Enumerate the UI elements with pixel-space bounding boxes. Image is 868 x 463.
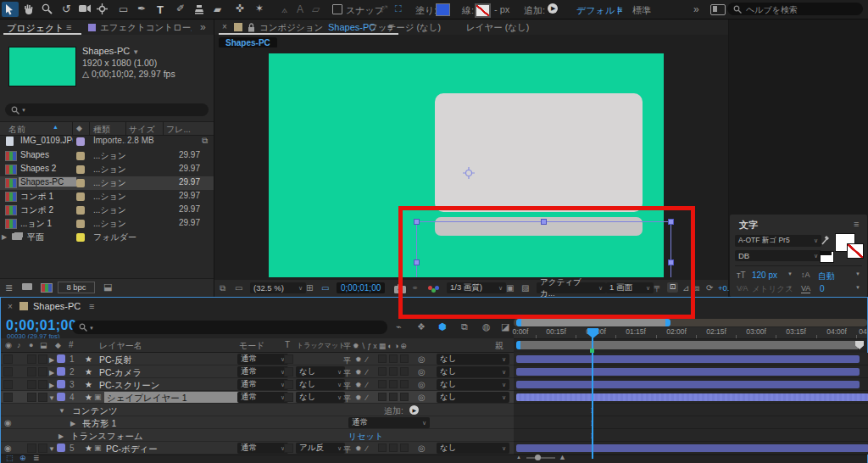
- parent-dropdown[interactable]: なし∨: [437, 354, 509, 365]
- timeline-panel-menu-icon[interactable]: ≡: [89, 301, 94, 311]
- composition-flowchart-icon[interactable]: ⌁: [396, 321, 402, 332]
- quality-switch-icon[interactable]: ∕: [366, 444, 368, 453]
- pan-behind-tool-button[interactable]: [97, 3, 108, 14]
- tab-footage[interactable]: フッテージ (なし): [369, 22, 441, 34]
- group-track-rectangle[interactable]: I: [514, 416, 868, 429]
- layer-name[interactable]: PC-反射: [99, 354, 233, 366]
- tracking-value[interactable]: 0: [820, 284, 825, 293]
- brush-tool-button[interactable]: ✐: [176, 3, 185, 14]
- track-matte-dropdown[interactable]: なし∨: [296, 379, 345, 390]
- group-track-contents[interactable]: I: [514, 404, 868, 416]
- mask-expansion-icon[interactable]: ⛶: [395, 3, 402, 14]
- project-row-comp[interactable]: Shapes 2 ...ション 29.97: [0, 163, 214, 176]
- leading-caret[interactable]: ▼: [855, 271, 860, 276]
- selection-handle[interactable]: [541, 219, 547, 225]
- anchor-point-icon[interactable]: [463, 167, 475, 179]
- project-comp-name[interactable]: Shapes-PC ▼: [82, 46, 139, 56]
- layer-name[interactable]: PC-カメラ: [99, 367, 233, 379]
- group-row-contents[interactable]: ▼ コンテンツ 追加: ▶: [1, 404, 514, 416]
- blend-mode-dropdown[interactable]: 通常∨: [237, 379, 288, 390]
- add-property-label[interactable]: 追加:: [384, 405, 403, 417]
- collapse-switch-icon[interactable]: ✹: [355, 393, 362, 402]
- add-property-button[interactable]: ▶: [409, 405, 419, 415]
- eraser-tool-button[interactable]: ▰: [214, 4, 221, 14]
- leading-value[interactable]: 自動: [818, 271, 835, 282]
- zoom-out-mountain-icon[interactable]: ▲: [516, 455, 521, 460]
- fill-color-swatch[interactable]: [436, 3, 450, 16]
- new-comp-icon[interactable]: [41, 283, 53, 293]
- shy-layers-icon[interactable]: ⬢: [438, 321, 447, 332]
- close-tab-icon[interactable]: ×: [222, 22, 227, 31]
- label-swatch[interactable]: [76, 137, 85, 146]
- layer-color-swatch[interactable]: [57, 354, 65, 363]
- parent-pickwhip-icon[interactable]: ◎: [418, 393, 426, 402]
- time-navigator-track[interactable]: [514, 319, 867, 326]
- collapse-switch-icon[interactable]: ✹: [355, 368, 362, 377]
- collapse-transform-icon[interactable]: ▣: [94, 443, 102, 452]
- collapse-switch-icon[interactable]: ✹: [355, 381, 362, 389]
- reset-exposure-icon[interactable]: ⟳: [706, 283, 713, 293]
- project-row-comp[interactable]: コンポ 2 ...ション 29.97: [0, 204, 214, 217]
- track-matte-dropdown[interactable]: なし∨: [296, 366, 345, 377]
- layer-row-1[interactable]: ▶ 1 ★ PC-反射 通常∨ 平 ✹ ∕ ◎ なし∨: [1, 353, 514, 365]
- column-size[interactable]: サイズ: [129, 124, 155, 136]
- layer-duration-bar[interactable]: [516, 381, 860, 388]
- parent-dropdown[interactable]: なし∨: [437, 443, 509, 454]
- selection-handle[interactable]: [668, 259, 674, 265]
- layer-name-column[interactable]: レイヤー名: [99, 340, 142, 352]
- parent-pickwhip-icon[interactable]: ◎: [418, 443, 426, 453]
- stroke-color-swatch[interactable]: [475, 3, 491, 18]
- character-panel-menu-icon[interactable]: ≡: [854, 219, 859, 229]
- layer-duration-bar[interactable]: [516, 368, 860, 376]
- project-search-field[interactable]: ▼: [5, 103, 209, 116]
- layer-expander[interactable]: ▶: [49, 382, 54, 389]
- workspace-bar-icon[interactable]: [710, 4, 726, 15]
- font-size-caret[interactable]: ▼: [787, 271, 793, 276]
- time-ruler[interactable]: 0:00f 00:15f 01:00f 01:15f 02:00f 02:15f…: [514, 327, 867, 339]
- selection-handle[interactable]: [668, 219, 674, 225]
- navigator-start-handle[interactable]: [516, 319, 521, 326]
- layer-expander[interactable]: ▶: [49, 356, 54, 364]
- group-track-transform[interactable]: I: [514, 429, 868, 442]
- parent-pickwhip-icon[interactable]: ◎: [418, 367, 426, 377]
- close-tab-icon[interactable]: ×: [8, 302, 13, 311]
- parent-dropdown[interactable]: なし∨: [437, 379, 509, 390]
- zoom-in-mountain-icon[interactable]: ▲: [559, 453, 566, 461]
- add-menu-button[interactable]: ▶: [548, 3, 558, 14]
- list-view-icon[interactable]: ≣: [5, 282, 13, 293]
- layer-name-editing[interactable]: シェイプレイヤー 1: [104, 392, 242, 403]
- mode-column[interactable]: モード: [239, 340, 264, 352]
- help-search-field[interactable]: ヘルプを検索: [727, 3, 863, 15]
- parent-column[interactable]: 親: [495, 340, 504, 352]
- camera-dropdown[interactable]: アクティブカ...∨: [537, 282, 606, 293]
- eyedropper-icon[interactable]: [821, 235, 830, 246]
- zoom-tool-button[interactable]: [42, 3, 53, 14]
- camera-tool-button[interactable]: [79, 4, 91, 14]
- search-options-caret[interactable]: ▼: [21, 108, 26, 113]
- number-column[interactable]: #: [69, 340, 74, 349]
- layer-color-swatch[interactable]: [57, 367, 65, 376]
- search-options-caret[interactable]: ▼: [89, 326, 94, 331]
- visibility-eye-icon[interactable]: ◉: [4, 418, 12, 427]
- fast-previews-icon[interactable]: ▣: [506, 283, 514, 293]
- parent-dropdown[interactable]: なし∨: [437, 392, 509, 403]
- label-swatch[interactable]: [76, 206, 85, 215]
- label-swatch[interactable]: [76, 192, 85, 201]
- shape-pc-screen[interactable]: [435, 93, 643, 212]
- quality-switch-icon[interactable]: ∕: [366, 381, 368, 389]
- group-expander[interactable]: ▶: [58, 432, 64, 440]
- layer-bar-track-2[interactable]: [514, 365, 868, 378]
- timeline-graph-icon[interactable]: ⊿: [682, 283, 689, 293]
- blend-mode-dropdown[interactable]: 通常∨: [237, 392, 288, 403]
- layer-bar-track-3[interactable]: [514, 378, 868, 391]
- parent-dropdown[interactable]: なし∨: [437, 366, 509, 377]
- label-swatch[interactable]: [76, 152, 85, 160]
- tracking-caret[interactable]: ▼: [855, 285, 860, 290]
- track-matte-dropdown[interactable]: なし∨: [296, 392, 345, 403]
- cti-line[interactable]: [592, 337, 593, 459]
- stamp-tool-button[interactable]: [194, 4, 204, 14]
- label-swatch[interactable]: [76, 165, 85, 174]
- layer-color-swatch[interactable]: [57, 393, 65, 401]
- navigator-end-handle[interactable]: [665, 319, 670, 326]
- track-matte-dropdown[interactable]: アル反∨: [296, 443, 345, 454]
